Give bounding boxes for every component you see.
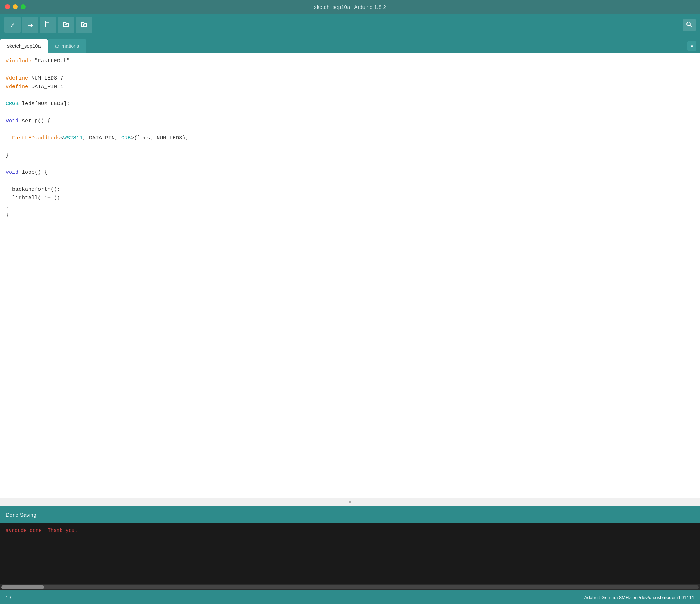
tab-label-sketch: sketch_sep10a	[7, 43, 41, 49]
tab-label-animations: animations	[55, 43, 79, 49]
maximize-button[interactable]	[21, 4, 26, 9]
editor-divider	[0, 498, 700, 506]
new-icon	[44, 20, 52, 30]
code-void-keyword2: void	[6, 169, 19, 175]
code-fastled-ref: FastLED.addLeds	[12, 135, 60, 141]
verify-button[interactable]: ✓	[4, 17, 21, 33]
line-number: 19	[6, 595, 11, 600]
toolbar: ✓ ➔	[0, 14, 700, 36]
code-line-blank6	[6, 160, 694, 168]
console-area[interactable]: avrdude done. Thank you.	[0, 523, 700, 584]
tab-sketch-sep10a[interactable]: sketch_sep10a	[0, 39, 48, 53]
verify-icon: ✓	[10, 21, 16, 29]
code-void-keyword1: void	[6, 118, 19, 124]
code-editor[interactable]: #include "FastLED.h" #define NUM_LEDS 7 …	[0, 53, 700, 498]
scrollbar-thumb[interactable]	[1, 585, 44, 589]
status-bar: Done Saving.	[0, 506, 700, 523]
title-bar: sketch_sep10a | Arduino 1.8.2	[0, 0, 700, 14]
window-controls	[5, 4, 26, 9]
code-line-backandforth: backandforth();	[6, 185, 694, 194]
tab-dropdown-button[interactable]: ▾	[687, 41, 696, 51]
code-line-dot: .	[6, 203, 694, 211]
code-line-blank4	[6, 126, 694, 134]
code-line-blank5	[6, 143, 694, 151]
board-info: Adafruit Gemma 8MHz on /dev/cu.usbmodem1…	[584, 595, 694, 600]
open-button[interactable]	[58, 17, 74, 33]
minimize-button[interactable]	[13, 4, 18, 9]
search-icon	[686, 21, 693, 29]
code-line-addleds: FastLED.addLeds<WS2811, DATA_PIN, GRB>(l…	[6, 134, 694, 143]
save-button[interactable]	[76, 17, 92, 33]
code-ws2811-ref: WS2811	[63, 135, 83, 141]
code-line-define2: #define DATA_PIN 1	[6, 83, 694, 91]
scrollbar-track[interactable]	[1, 585, 699, 589]
chevron-down-icon: ▾	[691, 43, 693, 49]
svg-point-6	[687, 22, 690, 26]
divider-dot	[349, 501, 351, 503]
code-define2-keyword: #define	[6, 84, 28, 90]
bottom-status-bar: 19 Adafruit Gemma 8MHz on /dev/cu.usbmod…	[0, 590, 700, 604]
search-button[interactable]	[683, 19, 696, 31]
console-text: avrdude done. Thank you.	[6, 528, 78, 533]
code-line-blank1	[6, 66, 694, 74]
tabs-bar: sketch_sep10a animations ▾	[0, 36, 700, 53]
code-define1-keyword: #define	[6, 75, 28, 81]
status-message: Done Saving.	[6, 512, 38, 518]
code-crgb-type: CRGB	[6, 101, 19, 107]
code-grb-ref: GRB	[121, 135, 131, 141]
open-icon	[62, 20, 70, 30]
tab-animations[interactable]: animations	[48, 39, 86, 53]
code-line-decl: CRGB leds[NUM_LEDS];	[6, 100, 694, 108]
save-icon	[80, 20, 88, 30]
new-button[interactable]	[40, 17, 56, 33]
code-line-define1: #define NUM_LEDS 7	[6, 74, 694, 83]
code-line-loop: void loop() {	[6, 168, 694, 177]
code-line-brace2: }	[6, 211, 694, 220]
code-line-include: #include "FastLED.h"	[6, 57, 694, 66]
window-title: sketch_sep10a | Arduino 1.8.2	[314, 4, 386, 10]
code-line-lightall: lightAll( 10 );	[6, 194, 694, 203]
code-line-blank3	[6, 108, 694, 117]
code-line-setup: void setup() {	[6, 117, 694, 126]
close-button[interactable]	[5, 4, 10, 9]
upload-button[interactable]: ➔	[22, 17, 38, 33]
scrollbar-area	[0, 584, 700, 590]
upload-icon: ➔	[27, 21, 34, 29]
code-include-keyword: #include	[6, 58, 31, 64]
code-line-blank2	[6, 91, 694, 100]
code-line-blank7	[6, 177, 694, 185]
svg-line-7	[690, 25, 692, 27]
code-line-brace1: }	[6, 151, 694, 160]
